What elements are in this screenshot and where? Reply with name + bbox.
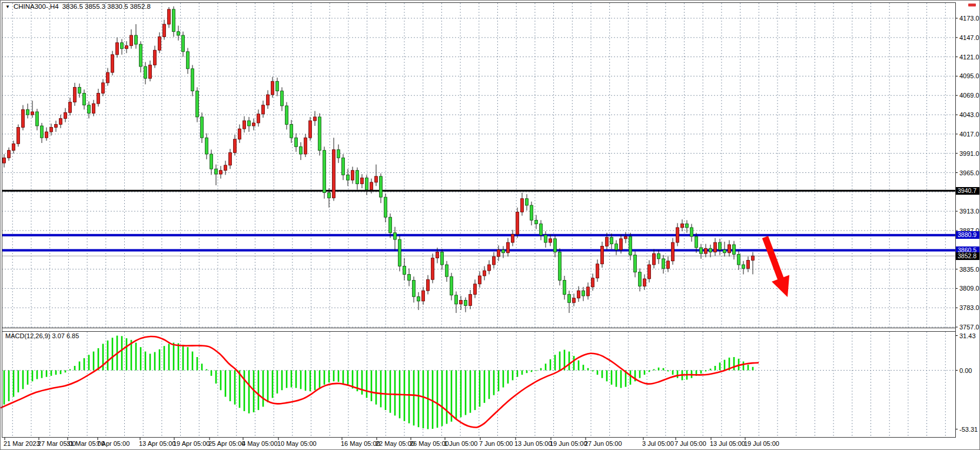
candle [375,176,378,182]
candle [681,224,684,228]
price-axis[interactable]: 4173.04147.04121.04095.04069.04043.04017… [956,1,980,437]
candle [549,239,552,242]
candle [300,146,303,154]
candle [554,239,557,252]
candle [168,9,171,24]
candle [107,72,109,83]
candle [309,121,312,138]
candle [408,274,411,280]
price-tick-label: 4043.0 [959,111,979,118]
price-tick-label: 4121.0 [959,54,979,61]
candle [130,35,133,46]
candle [460,301,463,304]
price-tick-label: 3757.0 [959,324,979,331]
candle [413,280,416,296]
candle [210,154,213,169]
candle [493,256,496,265]
candle [488,265,491,271]
candle [304,138,307,154]
candle [281,91,284,106]
macd-tick-label: 31.43 [959,332,976,339]
candle [8,151,11,158]
candle [50,128,53,132]
candle [657,254,660,259]
candle [45,132,48,138]
macd-indicator-label: MACD(12,26,9) 3.07 6.85 [5,332,79,339]
candle [709,248,712,252]
candle [31,112,34,115]
candle [634,255,637,272]
candle [511,234,514,242]
time-tick-label: 10 May 05:00 [277,440,317,447]
price-level-badge: 3852.8 [956,252,980,260]
candle [535,220,538,224]
time-tick-label: 27 Jun 05:00 [584,440,622,447]
macd-pane [1,336,759,429]
time-tick-label: 16 May 05:00 [341,440,380,447]
candle [74,87,77,102]
candle [380,176,383,197]
candle [648,265,651,279]
candle [431,258,434,280]
macd-tick-label: -53.31 [959,426,978,433]
candle [403,266,406,275]
candle [559,252,562,281]
time-tick-label: 19 Jun 05:00 [550,440,587,447]
plot-left-border [2,2,2,437]
candle [733,245,736,254]
price-tick-label: 4017.0 [959,131,979,138]
down-arrow-annotation[interactable] [765,237,789,297]
candle [601,246,604,264]
candle [497,250,500,256]
candle [172,9,175,32]
candle [55,124,58,127]
candle [234,139,237,153]
time-axis[interactable]: 21 Mar 202327 Mar 05:0031 Mar 05:007 Apr… [1,438,980,450]
candle [333,149,335,198]
candle [464,301,467,306]
price-tick-label: 3783.0 [959,304,979,311]
time-tick-label: 26 May 05:00 [410,440,449,447]
candle [516,212,519,234]
time-tick-label: 3 Jul 05:00 [642,440,674,447]
candle [314,117,317,121]
chevron-down-icon[interactable]: ▼ [5,4,10,9]
candle [285,106,288,125]
candle [17,128,20,144]
candle [606,237,609,246]
time-tick-label: 7 Jun 05:00 [479,440,513,447]
candle [102,83,105,94]
candle [577,291,580,298]
candles-group [3,6,755,313]
time-tick-label: 19 Jul 05:00 [744,440,779,447]
horizontal-level-lines[interactable] [2,191,955,256]
price-tick-label: 3835.0 [959,266,979,273]
candle [191,69,194,91]
candle [540,224,543,235]
candle [667,261,670,269]
price-chart-canvas[interactable] [1,1,980,450]
main-pane-bottom-border [2,328,956,328]
time-tick-label: 19 Apr 05:00 [173,440,210,447]
candle [36,112,39,126]
price-level-badge: 3940.7 [956,187,980,195]
candle [41,126,44,138]
candle [474,284,477,295]
price-tick-label: 4069.0 [959,92,979,99]
candle [196,91,199,117]
candle [111,55,114,72]
time-tick-label: 7 Jul 05:00 [675,440,706,447]
candle [158,37,161,51]
candle [12,144,15,150]
candle [483,271,486,276]
candle [347,175,350,180]
candle [267,95,270,105]
candle [139,44,142,66]
candle [639,272,642,286]
candle [177,32,180,35]
candle [229,152,232,165]
candle [544,235,547,243]
candle [389,217,392,233]
time-tick-label: 4 May 05:00 [242,440,278,447]
candle [427,279,430,291]
